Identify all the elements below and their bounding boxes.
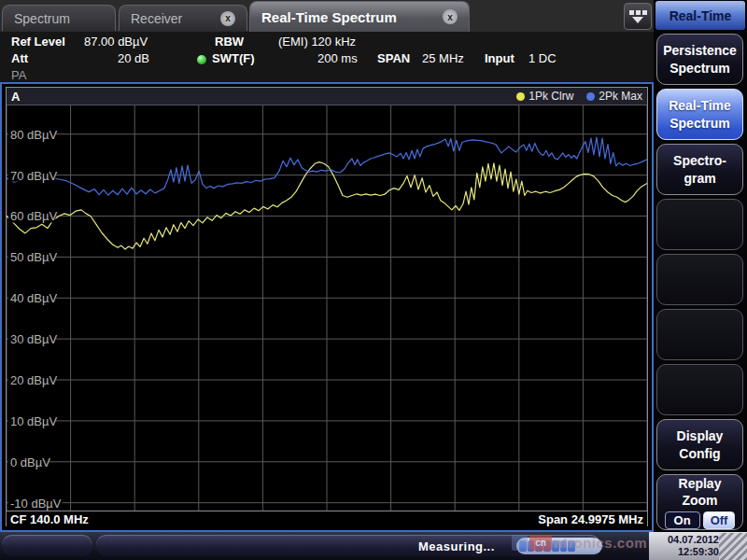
transducer-label: PA <box>11 68 26 82</box>
softkey-menu-title: Real-Time <box>655 1 745 30</box>
svg-text:-10 dBµV: -10 dBµV <box>10 497 62 511</box>
progress-segment <box>543 540 551 552</box>
progress-segment <box>592 540 599 552</box>
sweep-led-icon <box>197 55 206 64</box>
progress-segment <box>576 540 584 552</box>
progress-segment <box>528 540 535 552</box>
spectrum-window: A 1Pk Clrw 2Pk Max 80 dBµV70 dBµV60 dBµV… <box>6 87 648 526</box>
softkey-spectrogram[interactable]: Spectro- gram <box>656 144 743 195</box>
softkey-replay-zoom[interactable]: Replay Zoom On Off <box>656 474 743 530</box>
progress-segment <box>519 540 527 552</box>
progress-segment <box>560 540 568 552</box>
sweep-progress-bar <box>516 538 602 554</box>
swt-label: SWT(F) <box>212 51 254 65</box>
input-label: Input <box>485 51 514 65</box>
center-frequency[interactable]: CF 140.0 MHz <box>10 512 89 526</box>
ref-level-value[interactable]: 87.00 dBµV <box>84 35 148 49</box>
legend-trace2: 2Pk Max <box>586 90 642 103</box>
trace2-label: 2Pk Max <box>599 90 642 103</box>
tab-bar: Spectrum Receiver x Real-Time Spectrum x <box>0 0 654 32</box>
replay-zoom-label: Replay Zoom <box>659 475 740 509</box>
swt-value[interactable]: 200 ms <box>317 51 358 65</box>
svg-text:40 dBµV: 40 dBµV <box>10 291 57 305</box>
frequency-footer: CF 140.0 MHz Span 24.9975 MHz <box>7 511 647 526</box>
tab-label: Receiver <box>131 11 182 26</box>
progress-segment <box>585 540 592 552</box>
ref-level-label: Ref Level <box>11 35 65 49</box>
input-value[interactable]: 1 DC <box>529 51 557 65</box>
status-bar: Measuring... <box>0 532 747 560</box>
replay-zoom-toggle: On Off <box>665 511 736 529</box>
settings-header: Ref Level 87.00 dBµV RBW (EMI) 120 kHz A… <box>0 32 654 82</box>
window-layout-icon[interactable] <box>624 3 652 30</box>
tab-label: Real-Time Spectrum <box>261 9 397 25</box>
layout-squares <box>629 10 647 15</box>
tab-spectrum[interactable]: Spectrum <box>2 5 116 31</box>
tab-receiver[interactable]: Receiver x <box>119 5 247 31</box>
tab-label: Spectrum <box>14 11 70 26</box>
softkey-sidebar: Real-Time Persistence Spectrum Real-Time… <box>654 0 747 560</box>
softkey-empty-1 <box>656 199 743 250</box>
span-readout[interactable]: Span 24.9975 MHz <box>538 512 643 526</box>
span-label: SPAN <box>377 51 410 65</box>
progress-segment <box>535 540 543 552</box>
window-title-bar[interactable]: A 1Pk Clrw 2Pk Max <box>7 88 647 105</box>
progress-segment <box>552 540 559 552</box>
softkey-empty-3 <box>656 309 743 360</box>
tab-real-time-spectrum[interactable]: Real-Time Spectrum x <box>249 1 470 32</box>
svg-text:70 dBµV: 70 dBµV <box>10 169 57 183</box>
close-icon[interactable]: x <box>220 11 235 26</box>
resize-grip-icon <box>719 533 747 560</box>
svg-text:80 dBµV: 80 dBµV <box>10 128 57 142</box>
chevron-down-icon <box>632 17 643 23</box>
rbw-label: RBW <box>215 35 244 49</box>
close-icon[interactable]: x <box>443 9 458 24</box>
trace2-dot-icon <box>586 92 595 101</box>
svg-text:20 dBµV: 20 dBµV <box>10 373 57 387</box>
svg-text:0 dBµV: 0 dBµV <box>10 455 50 469</box>
softkey-empty-4 <box>656 364 743 415</box>
svg-text:30 dBµV: 30 dBµV <box>10 332 57 346</box>
att-label: Att <box>11 51 28 65</box>
spectrum-plot[interactable]: 80 dBµV70 dBµV60 dBµV50 dBµV40 dBµV30 dB… <box>7 105 647 511</box>
trace1-dot-icon <box>516 92 525 101</box>
softkey-display-config[interactable]: Display Config <box>656 419 743 470</box>
replay-zoom-off[interactable]: Off <box>703 511 736 529</box>
span-value[interactable]: 25 MHz <box>422 51 464 65</box>
softkey-persistence-spectrum[interactable]: Persistence Spectrum <box>656 34 743 85</box>
att-value[interactable]: 20 dB <box>118 51 149 65</box>
svg-text:60 dBµV: 60 dBµV <box>10 209 57 223</box>
softkey-real-time-spectrum[interactable]: Real-Time Spectrum <box>656 89 743 140</box>
svg-text:10 dBµV: 10 dBµV <box>10 414 57 428</box>
measurement-area: A 1Pk Clrw 2Pk Max 80 dBµV70 dBµV60 dBµV… <box>0 82 654 532</box>
trace-legend: 1Pk Clrw 2Pk Max <box>516 90 642 103</box>
replay-zoom-on[interactable]: On <box>665 511 700 529</box>
svg-text:50 dBµV: 50 dBµV <box>10 250 57 264</box>
rbw-value[interactable]: (EMI) 120 kHz <box>278 35 356 49</box>
measuring-status: Measuring... <box>418 539 495 553</box>
analyzer-screen: Spectrum Receiver x Real-Time Spectrum x… <box>0 0 747 560</box>
date-text: 04.07.2012 <box>649 534 719 546</box>
softkey-empty-2 <box>656 254 743 305</box>
trace1-label: 1Pk Clrw <box>529 90 573 103</box>
progress-segment <box>568 540 575 552</box>
window-name: A <box>11 90 20 104</box>
legend-trace1: 1Pk Clrw <box>516 90 573 103</box>
time-text: 12:59:30 <box>649 546 719 558</box>
status-pill-left <box>2 535 92 556</box>
